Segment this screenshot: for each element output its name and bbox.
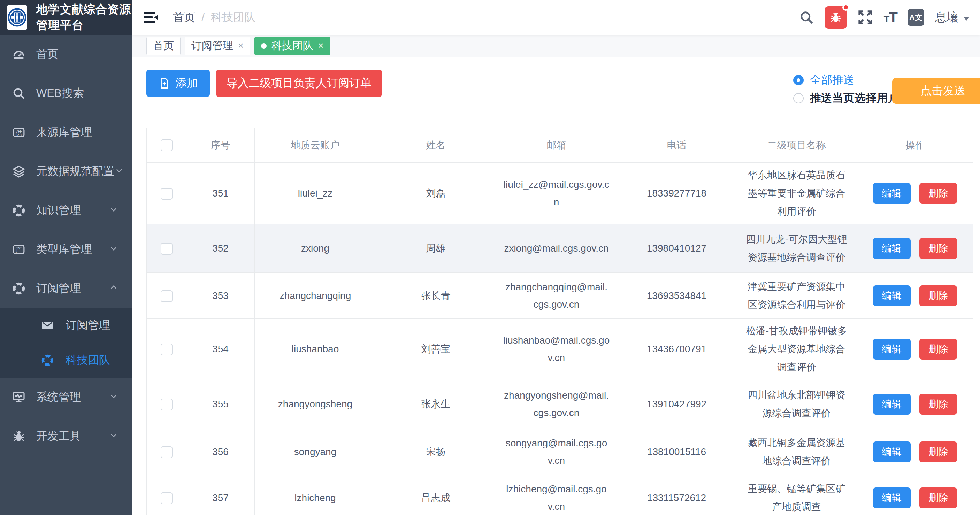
type-library-icon: 产	[11, 242, 27, 257]
sidebar-subitem-tech-team[interactable]: 科技团队	[0, 343, 132, 378]
logo-bar: 地学文献综合资源管理平台	[0, 0, 132, 35]
cell-name: 刘磊	[376, 163, 496, 224]
edit-button[interactable]: 编辑	[873, 183, 911, 204]
cell-account: liulei_zz	[255, 163, 376, 224]
bug-icon	[11, 429, 27, 444]
breadcrumb-separator: /	[201, 11, 205, 24]
edit-button[interactable]: 编辑	[873, 238, 911, 259]
radio-label: 全部推送	[810, 73, 854, 88]
fullscreen-icon[interactable]	[858, 10, 873, 25]
sidebar-item-devtools[interactable]: 开发工具	[0, 417, 132, 456]
cell-email: songyang@mail.cgs.gov.cn	[496, 429, 617, 475]
sidebar-item-home[interactable]: 首页	[0, 35, 132, 74]
row-checkbox[interactable]	[161, 243, 172, 255]
sidebar-item-label: 开发工具	[36, 429, 81, 444]
cell-phone: 13910427992	[617, 380, 737, 429]
delete-button[interactable]: 删除	[920, 183, 957, 204]
radio-selected-icon[interactable]	[793, 75, 803, 85]
cell-account: zxiong	[255, 224, 376, 273]
cell-seq: 357	[186, 475, 255, 515]
topbar: 首页 / 科技团队 TT A文 息壤	[132, 0, 980, 35]
sidebar-item-web-search[interactable]: WEB搜索	[0, 74, 132, 113]
table-row: 355 zhangyongsheng 张永生 zhangyongsheng@ma…	[147, 380, 974, 429]
chevron-up-icon	[109, 282, 118, 295]
translate-icon[interactable]: A文	[907, 9, 924, 26]
column-header-name: 姓名	[376, 128, 496, 163]
row-checkbox[interactable]	[161, 343, 172, 355]
subscription-submenu: 订阅管理 科技团队	[0, 308, 132, 378]
row-checkbox[interactable]	[161, 447, 172, 458]
user-menu[interactable]: 息壤	[935, 10, 970, 25]
edit-button[interactable]: 编辑	[873, 442, 911, 463]
cell-actions: 编辑 删除	[857, 273, 974, 319]
collapse-menu-icon[interactable]	[143, 10, 159, 24]
sidebar-item-label: 来源库管理	[36, 125, 92, 140]
radio-label: 推送当页选择用户	[810, 91, 899, 106]
column-header-phone: 电话	[617, 128, 737, 163]
add-button[interactable]: 添加	[146, 70, 210, 97]
tab-home[interactable]: 首页	[146, 37, 181, 56]
radio-push-selected[interactable]: 推送当页选择用户	[793, 91, 899, 106]
sidebar-item-system[interactable]: 系统管理	[0, 378, 132, 417]
delete-button[interactable]: 删除	[920, 442, 957, 463]
sidebar: 地学文献综合资源管理平台 首页 WEB搜索 供 来源库管理	[0, 0, 132, 515]
cell-phone: 13311572612	[617, 475, 737, 515]
edit-button[interactable]: 编辑	[873, 488, 911, 509]
row-checkbox-cell	[147, 319, 186, 380]
row-checkbox[interactable]	[161, 399, 172, 410]
tab-label: 订阅管理	[191, 39, 233, 53]
cell-actions: 编辑 删除	[857, 429, 974, 475]
tab-subscription[interactable]: 订阅管理 ×	[185, 37, 250, 56]
sidebar-item-metadata-config[interactable]: 元数据规范配置	[0, 152, 132, 191]
chevron-down-icon	[109, 430, 118, 443]
cell-actions: 编辑 删除	[857, 319, 974, 380]
sidebar-item-knowledge[interactable]: 知识管理	[0, 191, 132, 230]
dashboard-icon	[11, 47, 27, 62]
cell-name: 张长青	[376, 273, 496, 319]
radio-push-all[interactable]: 全部推送	[793, 73, 899, 88]
close-icon[interactable]: ×	[238, 41, 243, 51]
row-checkbox[interactable]	[161, 290, 172, 302]
username: 息壤	[935, 10, 958, 25]
bug-report-button[interactable]	[824, 6, 847, 29]
app-title: 地学文献综合资源管理平台	[36, 2, 132, 33]
close-icon[interactable]: ×	[318, 41, 324, 51]
edit-button[interactable]: 编辑	[873, 339, 911, 359]
column-header-actions: 操作	[857, 128, 974, 163]
delete-button[interactable]: 删除	[920, 339, 957, 359]
cell-name: 张永生	[376, 380, 496, 429]
table-row: 353 zhangchangqing 张长青 zhangchangqing@ma…	[147, 273, 974, 319]
sidebar-item-subscription[interactable]: 订阅管理	[0, 269, 132, 308]
sidebar-subitem-subscription-mgmt[interactable]: 订阅管理	[0, 308, 132, 343]
delete-button[interactable]: 删除	[920, 238, 957, 259]
table-row: 352 zxiong 周雄 zxiong@mail.cgs.gov.cn 139…	[147, 224, 974, 273]
search-icon[interactable]	[799, 10, 814, 25]
edit-button[interactable]: 编辑	[873, 394, 911, 415]
logo	[7, 5, 27, 30]
font-size-icon[interactable]: TT	[884, 9, 897, 26]
monitor-icon	[11, 389, 27, 405]
row-checkbox[interactable]	[161, 188, 172, 200]
delete-button[interactable]: 删除	[920, 285, 957, 306]
cell-actions: 编辑 删除	[857, 163, 974, 224]
cell-project: 松潘-甘孜成锂带锂铍多金属大型资源基地综合调查评价	[737, 319, 857, 380]
delete-button[interactable]: 删除	[920, 394, 957, 415]
edit-button[interactable]: 编辑	[873, 285, 911, 306]
tabbar: 首页 订阅管理 × 科技团队 ×	[132, 35, 980, 57]
table-row: 351 liulei_zz 刘磊 liulei_zz@mail.cgs.gov.…	[147, 163, 974, 224]
sidebar-item-source-library[interactable]: 供 来源库管理	[0, 113, 132, 152]
select-all-checkbox[interactable]	[161, 139, 172, 151]
sidebar-item-label: 首页	[36, 47, 59, 62]
send-button[interactable]: 点击发送	[892, 78, 980, 104]
table-row: 357 lzhicheng 吕志成 lzhicheng@mail.cgs.gov…	[147, 475, 974, 515]
tab-tech-team[interactable]: 科技团队 ×	[255, 37, 330, 56]
sidebar-item-label: 系统管理	[36, 389, 81, 405]
delete-button[interactable]: 删除	[920, 488, 957, 509]
row-checkbox[interactable]	[161, 492, 172, 504]
import-orders-button[interactable]: 导入二级项目负责人订阅订单	[216, 70, 382, 97]
cell-seq: 355	[186, 380, 255, 429]
sidebar-item-type-library[interactable]: 产 类型库管理	[0, 230, 132, 269]
column-header-project: 二级项目名称	[737, 128, 857, 163]
breadcrumb-home[interactable]: 首页	[173, 10, 195, 25]
radio-unselected-icon[interactable]	[793, 93, 803, 103]
